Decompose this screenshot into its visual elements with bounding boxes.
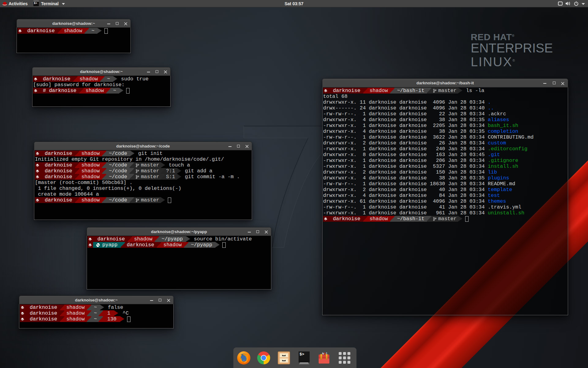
svg-text:$>: $> [300,352,304,357]
